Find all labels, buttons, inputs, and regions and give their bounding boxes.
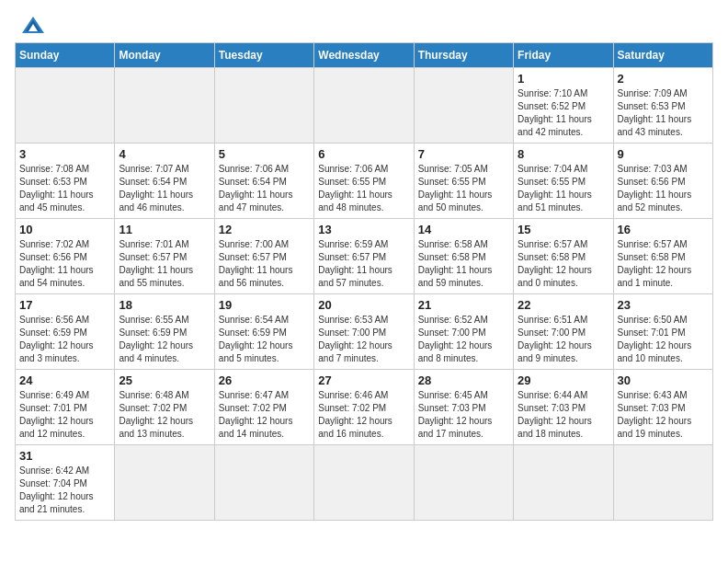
calendar-week-row: 1Sunrise: 7:10 AM Sunset: 6:52 PM Daylig… — [16, 68, 713, 144]
day-info: Sunrise: 7:01 AM Sunset: 6:57 PM Dayligh… — [119, 238, 210, 290]
day-number: 21 — [418, 298, 509, 312]
day-number: 20 — [318, 298, 409, 312]
day-info: Sunrise: 7:02 AM Sunset: 6:56 PM Dayligh… — [19, 238, 110, 290]
day-number: 28 — [418, 373, 509, 387]
day-number: 9 — [618, 147, 709, 161]
calendar-week-row: 17Sunrise: 6:56 AM Sunset: 6:59 PM Dayli… — [16, 294, 713, 370]
day-number: 17 — [19, 298, 110, 312]
day-number: 4 — [119, 147, 210, 161]
day-info: Sunrise: 6:49 AM Sunset: 7:01 PM Dayligh… — [19, 389, 110, 441]
day-number: 19 — [219, 298, 310, 312]
day-info: Sunrise: 6:54 AM Sunset: 6:59 PM Dayligh… — [219, 314, 310, 365]
day-number: 29 — [518, 373, 609, 387]
calendar-day-cell: 28Sunrise: 6:45 AM Sunset: 7:03 PM Dayli… — [414, 370, 513, 445]
calendar-day-cell: 2Sunrise: 7:09 AM Sunset: 6:53 PM Daylig… — [613, 68, 712, 144]
calendar-week-row: 31Sunrise: 6:42 AM Sunset: 7:04 PM Dayli… — [16, 445, 713, 521]
day-number: 3 — [19, 147, 110, 161]
weekday-header-tuesday: Tuesday — [214, 43, 313, 68]
day-info: Sunrise: 6:48 AM Sunset: 7:02 PM Dayligh… — [119, 389, 210, 441]
day-info: Sunrise: 6:47 AM Sunset: 7:02 PM Dayligh… — [219, 389, 310, 441]
calendar-day-cell: 13Sunrise: 6:59 AM Sunset: 6:57 PM Dayli… — [314, 219, 414, 294]
calendar-day-cell: 25Sunrise: 6:48 AM Sunset: 7:02 PM Dayli… — [115, 370, 214, 445]
day-info: Sunrise: 6:52 AM Sunset: 7:00 PM Dayligh… — [418, 314, 509, 365]
weekday-header-sunday: Sunday — [16, 43, 115, 68]
calendar-day-cell — [16, 68, 115, 144]
calendar-day-cell: 31Sunrise: 6:42 AM Sunset: 7:04 PM Dayli… — [16, 445, 115, 521]
day-number: 18 — [119, 298, 210, 312]
day-number: 5 — [219, 147, 310, 161]
calendar-day-cell: 11Sunrise: 7:01 AM Sunset: 6:57 PM Dayli… — [115, 219, 214, 294]
calendar-day-cell: 26Sunrise: 6:47 AM Sunset: 7:02 PM Dayli… — [214, 370, 313, 445]
weekday-header-saturday: Saturday — [613, 43, 712, 68]
calendar-day-cell — [214, 445, 313, 521]
calendar-day-cell: 30Sunrise: 6:43 AM Sunset: 7:03 PM Dayli… — [613, 370, 712, 445]
day-number: 11 — [119, 223, 210, 236]
calendar-day-cell — [314, 68, 414, 144]
calendar-day-cell — [414, 68, 513, 144]
day-info: Sunrise: 6:51 AM Sunset: 7:00 PM Dayligh… — [518, 314, 609, 365]
weekday-header-row: SundayMondayTuesdayWednesdayThursdayFrid… — [16, 43, 713, 68]
calendar-week-row: 3Sunrise: 7:08 AM Sunset: 6:53 PM Daylig… — [16, 144, 713, 219]
day-info: Sunrise: 6:42 AM Sunset: 7:04 PM Dayligh… — [19, 465, 110, 516]
day-info: Sunrise: 6:58 AM Sunset: 6:58 PM Dayligh… — [418, 238, 509, 290]
day-info: Sunrise: 7:06 AM Sunset: 6:54 PM Dayligh… — [219, 163, 310, 214]
day-number: 31 — [19, 449, 110, 463]
calendar-day-cell: 29Sunrise: 6:44 AM Sunset: 7:03 PM Dayli… — [514, 370, 613, 445]
day-number: 30 — [618, 373, 709, 387]
calendar-day-cell: 15Sunrise: 6:57 AM Sunset: 6:58 PM Dayli… — [514, 219, 613, 294]
day-number: 10 — [19, 223, 110, 236]
calendar-day-cell: 20Sunrise: 6:53 AM Sunset: 7:00 PM Dayli… — [314, 294, 414, 370]
day-number: 16 — [618, 223, 709, 236]
calendar-day-cell: 9Sunrise: 7:03 AM Sunset: 6:56 PM Daylig… — [613, 144, 712, 219]
day-info: Sunrise: 7:10 AM Sunset: 6:52 PM Dayligh… — [518, 87, 609, 139]
calendar-day-cell — [414, 445, 513, 521]
calendar-day-cell: 8Sunrise: 7:04 AM Sunset: 6:55 PM Daylig… — [514, 144, 613, 219]
calendar-day-cell: 16Sunrise: 6:57 AM Sunset: 6:58 PM Dayli… — [613, 219, 712, 294]
day-info: Sunrise: 7:05 AM Sunset: 6:55 PM Dayligh… — [418, 163, 509, 214]
day-number: 2 — [618, 72, 709, 86]
calendar-day-cell: 1Sunrise: 7:10 AM Sunset: 6:52 PM Daylig… — [514, 68, 613, 144]
calendar-table: SundayMondayTuesdayWednesdayThursdayFrid… — [15, 42, 713, 521]
day-number: 1 — [518, 72, 609, 86]
day-info: Sunrise: 7:03 AM Sunset: 6:56 PM Dayligh… — [618, 163, 709, 214]
calendar-day-cell — [514, 445, 613, 521]
calendar-day-cell: 23Sunrise: 6:50 AM Sunset: 7:01 PM Dayli… — [613, 294, 712, 370]
day-number: 12 — [219, 223, 310, 236]
calendar-day-cell: 4Sunrise: 7:07 AM Sunset: 6:54 PM Daylig… — [115, 144, 214, 219]
day-number: 24 — [19, 373, 110, 387]
day-number: 13 — [318, 223, 409, 236]
day-info: Sunrise: 7:00 AM Sunset: 6:57 PM Dayligh… — [219, 238, 310, 290]
logo-icon — [20, 15, 46, 35]
day-number: 23 — [618, 298, 709, 312]
calendar-week-row: 24Sunrise: 6:49 AM Sunset: 7:01 PM Dayli… — [16, 370, 713, 445]
day-info: Sunrise: 7:08 AM Sunset: 6:53 PM Dayligh… — [19, 163, 110, 214]
calendar-day-cell: 6Sunrise: 7:06 AM Sunset: 6:55 PM Daylig… — [314, 144, 414, 219]
day-info: Sunrise: 6:46 AM Sunset: 7:02 PM Dayligh… — [318, 389, 409, 441]
calendar-day-cell: 21Sunrise: 6:52 AM Sunset: 7:00 PM Dayli… — [414, 294, 513, 370]
calendar-day-cell: 18Sunrise: 6:55 AM Sunset: 6:59 PM Dayli… — [115, 294, 214, 370]
day-info: Sunrise: 6:53 AM Sunset: 7:00 PM Dayligh… — [318, 314, 409, 365]
day-number: 25 — [119, 373, 210, 387]
logo — [15, 15, 50, 35]
day-info: Sunrise: 6:57 AM Sunset: 6:58 PM Dayligh… — [518, 238, 609, 290]
day-info: Sunrise: 7:04 AM Sunset: 6:55 PM Dayligh… — [518, 163, 609, 214]
day-number: 22 — [518, 298, 609, 312]
calendar-body: 1Sunrise: 7:10 AM Sunset: 6:52 PM Daylig… — [16, 68, 713, 521]
day-number: 6 — [318, 147, 409, 161]
calendar-day-cell: 7Sunrise: 7:05 AM Sunset: 6:55 PM Daylig… — [414, 144, 513, 219]
day-number: 26 — [219, 373, 310, 387]
day-info: Sunrise: 6:55 AM Sunset: 6:59 PM Dayligh… — [119, 314, 210, 365]
calendar-day-cell — [115, 445, 214, 521]
calendar-day-cell: 5Sunrise: 7:06 AM Sunset: 6:54 PM Daylig… — [214, 144, 313, 219]
day-info: Sunrise: 7:07 AM Sunset: 6:54 PM Dayligh… — [119, 163, 210, 214]
calendar-day-cell — [613, 445, 712, 521]
day-number: 8 — [518, 147, 609, 161]
day-info: Sunrise: 6:50 AM Sunset: 7:01 PM Dayligh… — [618, 314, 709, 365]
calendar-day-cell: 24Sunrise: 6:49 AM Sunset: 7:01 PM Dayli… — [16, 370, 115, 445]
calendar-day-cell: 3Sunrise: 7:08 AM Sunset: 6:53 PM Daylig… — [16, 144, 115, 219]
calendar-day-cell: 14Sunrise: 6:58 AM Sunset: 6:58 PM Dayli… — [414, 219, 513, 294]
calendar-day-cell — [214, 68, 313, 144]
day-info: Sunrise: 6:44 AM Sunset: 7:03 PM Dayligh… — [518, 389, 609, 441]
day-info: Sunrise: 6:43 AM Sunset: 7:03 PM Dayligh… — [618, 389, 709, 441]
day-info: Sunrise: 6:59 AM Sunset: 6:57 PM Dayligh… — [318, 238, 409, 290]
